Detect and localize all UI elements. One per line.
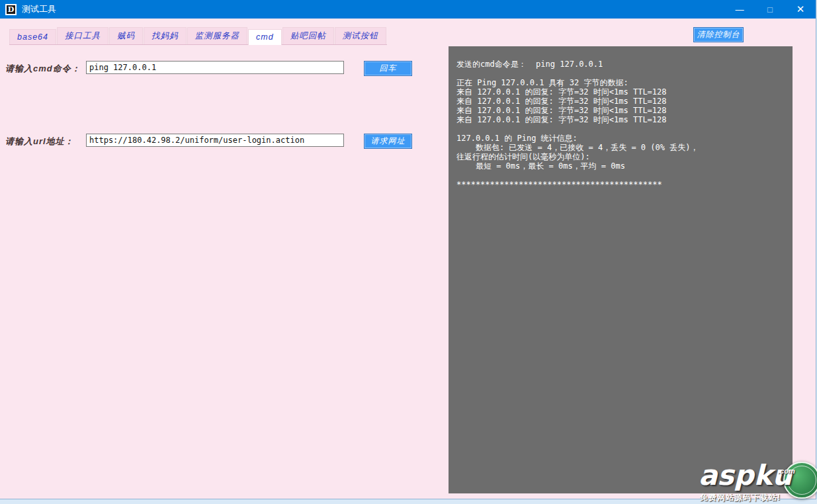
minimize-button[interactable]: — (724, 0, 755, 19)
tab-strip: base64接口工具贼码找妈妈监测服务器cmd贴吧回帖测试按钮 (9, 27, 387, 45)
app-icon: D (5, 4, 17, 15)
tab-贴吧回帖[interactable]: 贴吧回帖 (282, 27, 334, 44)
console-line: ****************************************… (456, 180, 785, 189)
close-button[interactable]: ✕ (785, 0, 816, 19)
tab-找妈妈[interactable]: 找妈妈 (144, 27, 187, 44)
console-line: 来自 127.0.0.1 的回复: 字节=32 时间<1ms TTL=128 (456, 87, 785, 97)
console-line: 发送的cmd命令是： ping 127.0.0.1 (456, 60, 785, 69)
tab-测试按钮[interactable]: 测试按钮 (335, 27, 386, 44)
console-line: 往返行程的估计时间(以毫秒为单位): (456, 152, 785, 161)
maximize-button[interactable]: □ (755, 0, 785, 19)
console-line: 正在 Ping 127.0.0.1 具有 32 字节的数据: (456, 78, 785, 87)
window-controls: — □ ✕ (724, 0, 816, 19)
url-label: 请输入url地址： (5, 136, 74, 147)
tab-监测服务器[interactable]: 监测服务器 (187, 27, 248, 44)
request-url-button[interactable]: 请求网址 (364, 134, 412, 149)
clear-console-button[interactable]: 清除控制台 (693, 27, 744, 42)
watermark: .com aspku 免费网站源码下载站! (687, 462, 817, 504)
console-line: 来自 127.0.0.1 的回复: 字节=32 时间<1ms TTL=128 (456, 115, 785, 124)
console-line: 127.0.0.1 的 Ping 统计信息: (456, 134, 785, 143)
enter-button[interactable]: 回车 (364, 61, 412, 76)
app-window: D 测试工具 — □ ✕ base64接口工具贼码找妈妈监测服务器cmd贴吧回帖… (0, 0, 816, 499)
console-line: 最短 = 0ms，最长 = 0ms，平均 = 0ms (456, 161, 785, 171)
watermark-suffix: .com (778, 467, 795, 475)
console-line: 来自 127.0.0.1 的回复: 字节=32 时间<1ms TTL=128 (456, 106, 785, 115)
titlebar: D 测试工具 — □ ✕ (0, 0, 816, 19)
cmd-label: 请输入cmd命令： (5, 63, 81, 75)
window-content: base64接口工具贼码找妈妈监测服务器cmd贴吧回帖测试按钮 清除控制台 请输… (0, 19, 816, 499)
watermark-brand: aspku (699, 462, 792, 489)
console-output: 发送的cmd命令是： ping 127.0.0.1 正在 Ping 127.0.… (449, 46, 793, 493)
window-title: 测试工具 (22, 3, 56, 15)
tab-base64[interactable]: base64 (9, 29, 56, 44)
console-line: 来自 127.0.0.1 的回复: 字节=32 时间<1ms TTL=128 (456, 97, 785, 106)
console-line (456, 171, 785, 180)
console-line (456, 124, 785, 134)
tab-贼码[interactable]: 贼码 (109, 27, 143, 44)
tab-cmd[interactable]: cmd (248, 29, 282, 45)
console-line (456, 69, 785, 78)
tab-接口工具[interactable]: 接口工具 (57, 27, 108, 44)
url-input[interactable] (86, 134, 344, 147)
cmd-input[interactable] (86, 61, 344, 74)
watermark-tagline: 免费网站源码下载站! (700, 492, 781, 503)
console-line: 数据包: 已发送 = 4，已接收 = 4，丢失 = 0 (0% 丢失)， (456, 143, 785, 152)
